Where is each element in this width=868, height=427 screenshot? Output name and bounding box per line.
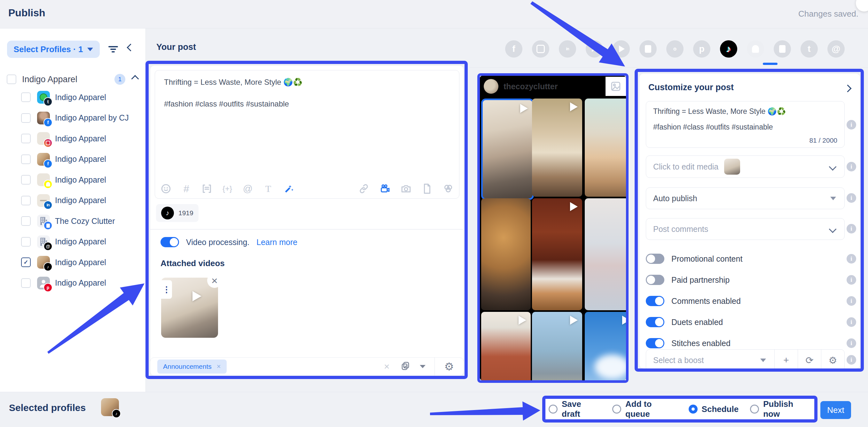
group-checkbox[interactable]	[7, 74, 16, 84]
info-icon[interactable]: i	[846, 296, 856, 306]
mention-icon[interactable]: @	[241, 182, 254, 195]
hashtag-icon[interactable]: #	[180, 182, 193, 195]
caption-textarea[interactable]: Thrifting = Less Waste, More Style 🌍♻️ #…	[155, 70, 459, 199]
network-tab-snapchat-icon[interactable]	[747, 40, 764, 58]
media-library-icon[interactable]	[442, 182, 455, 195]
publish-option[interactable]: Add to queue	[612, 399, 677, 419]
profile-checkbox[interactable]	[21, 134, 31, 143]
auto-publish-select[interactable]: Auto publish	[646, 187, 845, 209]
info-icon[interactable]: i	[846, 224, 856, 234]
file-icon[interactable]	[421, 182, 434, 195]
duplicate-post-icon[interactable]	[401, 361, 410, 372]
profile-checkbox[interactable]	[21, 92, 31, 102]
preview-video-cell[interactable]	[532, 312, 582, 380]
profile-row[interactable]: p Indigo Apparel	[0, 273, 146, 294]
profile-row[interactable]: The Cozy Clutter	[0, 211, 146, 232]
video-processing-toggle[interactable]	[160, 237, 179, 247]
toggle-switch[interactable]	[646, 338, 664, 348]
clear-post-icon[interactable]: ×	[384, 361, 390, 372]
video-menu-icon[interactable]: ⋮	[161, 280, 172, 299]
preview-video-cell[interactable]	[585, 312, 626, 380]
learn-more-link[interactable]: Learn more	[256, 238, 297, 247]
link-icon[interactable]	[358, 182, 370, 195]
profile-checkbox[interactable]	[21, 257, 31, 267]
publish-option[interactable]: Schedule	[689, 404, 739, 414]
collapse-customize-icon[interactable]	[844, 85, 851, 92]
preview-video-cell[interactable]	[481, 198, 531, 310]
radio-button[interactable]	[689, 405, 698, 414]
network-tab-tumblr-icon[interactable]: t	[801, 40, 818, 58]
toggle-switch[interactable]	[646, 317, 664, 327]
text-format-icon[interactable]: T	[262, 182, 275, 195]
profile-checkbox[interactable]	[21, 154, 31, 164]
network-tab-threads-icon[interactable]: @	[828, 40, 845, 58]
profile-checkbox[interactable]	[21, 175, 31, 185]
post-settings-gear-icon[interactable]: ⚙	[444, 360, 454, 373]
toggle-switch[interactable]	[646, 254, 664, 264]
network-tab-google-business-icon[interactable]	[640, 40, 657, 58]
publish-option[interactable]: Save draft	[549, 399, 601, 419]
attached-video-thumbnail[interactable]: ⋮ ×	[161, 278, 218, 338]
info-icon[interactable]: i	[846, 162, 856, 172]
profile-row[interactable]: Indigo Apparel	[0, 128, 146, 149]
publish-option[interactable]: Publish now	[750, 399, 811, 419]
profile-checkbox[interactable]	[21, 196, 31, 205]
info-icon[interactable]: i	[846, 338, 856, 348]
network-tab-pinterest-icon[interactable]: p	[693, 40, 710, 58]
profile-row[interactable]: in Indigo Apparel	[0, 190, 146, 211]
profile-row[interactable]: t Indigo Apparel	[0, 87, 146, 108]
profile-row[interactable]: @ Indigo Apparel	[0, 232, 146, 252]
network-tab-business-card-icon[interactable]	[774, 40, 791, 58]
radio-button[interactable]	[549, 405, 558, 414]
preview-video-cell[interactable]	[532, 98, 582, 197]
network-tab-youtube-icon[interactable]	[613, 40, 630, 58]
info-icon[interactable]: i	[846, 193, 856, 203]
info-icon[interactable]: i	[846, 120, 856, 129]
boost-settings-gear-icon[interactable]: ⚙	[821, 349, 844, 371]
profile-row[interactable]: ♪ Indigo Apparel	[0, 252, 146, 273]
network-tab-x-icon[interactable]: ✕	[586, 40, 603, 58]
info-icon[interactable]: i	[846, 355, 856, 365]
label-tag[interactable]: Announcements ×	[157, 360, 227, 374]
preview-video-cell-selected[interactable]	[481, 98, 534, 200]
info-icon[interactable]: i	[846, 317, 856, 327]
post-comments-select[interactable]: Post comments	[646, 218, 845, 240]
saved-captions-icon[interactable]	[200, 182, 213, 195]
profile-row[interactable]: f Indigo Apparel by CJ	[0, 108, 146, 129]
network-tab-reddit-icon[interactable]: ʘ	[666, 40, 684, 58]
label-remove-icon[interactable]: ×	[217, 362, 221, 371]
info-icon[interactable]: i	[846, 275, 856, 285]
edit-media-box[interactable]: Click to edit media	[646, 155, 845, 178]
ai-assistant-icon[interactable]	[282, 182, 295, 195]
profile-row[interactable]: Indigo Apparel	[0, 170, 146, 190]
network-tab-instagram-icon[interactable]	[532, 40, 549, 58]
info-icon[interactable]: i	[846, 254, 856, 264]
preview-video-cell[interactable]	[481, 312, 531, 380]
emoji-icon[interactable]	[159, 182, 172, 195]
profile-checkbox[interactable]	[21, 216, 31, 226]
radio-button[interactable]	[750, 405, 759, 414]
profile-group-header[interactable]: Indigo Apparel 1	[0, 72, 146, 86]
add-boost-button[interactable]: +	[774, 349, 798, 371]
filter-icon[interactable]	[107, 43, 119, 55]
profile-row[interactable]: f Indigo Apparel	[0, 149, 146, 170]
video-icon[interactable]	[378, 182, 391, 195]
network-tab-tiktok-icon[interactable]: ♪	[720, 40, 737, 58]
network-tab-linkedin-icon[interactable]: in	[559, 40, 576, 58]
customize-caption-box[interactable]: Thrifting = Less Waste, More Style 🌍♻️ #…	[646, 101, 845, 148]
toggle-switch[interactable]	[646, 275, 664, 285]
selected-profile-avatar[interactable]: ♪	[101, 398, 119, 416]
preview-video-cell[interactable]	[585, 98, 626, 197]
radio-button[interactable]	[612, 405, 621, 414]
next-button[interactable]: Next	[820, 401, 851, 419]
preview-video-cell[interactable]	[532, 198, 582, 310]
preview-video-cell[interactable]	[585, 198, 626, 310]
profile-checkbox[interactable]	[21, 113, 31, 123]
toggle-switch[interactable]	[646, 296, 664, 306]
profile-checkbox[interactable]	[21, 237, 31, 247]
group-collapse-icon[interactable]	[132, 76, 138, 83]
variables-icon[interactable]: {+}	[221, 182, 234, 195]
profile-checkbox[interactable]	[21, 278, 31, 288]
remove-video-button[interactable]: ×	[207, 273, 222, 288]
network-tab-facebook-icon[interactable]: f	[505, 40, 522, 58]
